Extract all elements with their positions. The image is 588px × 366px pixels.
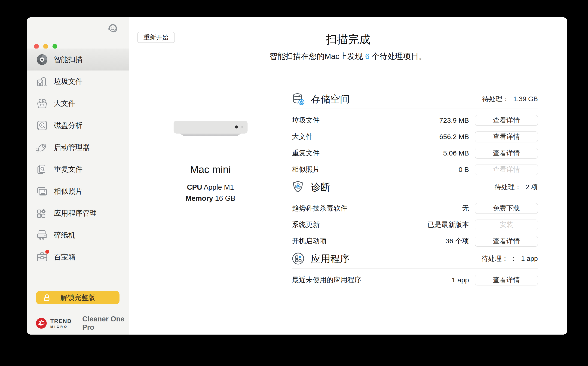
- big-files-icon: [36, 97, 48, 110]
- sidebar-item-label: 碎纸机: [54, 230, 75, 240]
- free-download-button[interactable]: 免费下载: [475, 203, 538, 214]
- app-window: 智能扫描 垃圾文件: [27, 17, 567, 335]
- row-label: 相似照片: [292, 165, 320, 174]
- sidebar-item-big-files[interactable]: 大文件: [27, 92, 129, 114]
- brand-trend-text: TREND: [50, 318, 72, 324]
- section-applications: 应用程序 待处理： ： 1 app 最近未使用的应用程序 1 app 查看详情: [292, 249, 538, 288]
- sidebar-item-junk-files[interactable]: 垃圾文件: [27, 70, 129, 92]
- pending-summary: 待处理： 2 项: [495, 183, 538, 192]
- sidebar-item-label: 智能扫描: [54, 55, 83, 64]
- diagnostics-icon: [292, 181, 305, 194]
- pending-summary: 待处理： 1.39 GB: [482, 94, 538, 104]
- brand-wordmark: TREND MICRO: [50, 318, 72, 328]
- sidebar-item-label: 磁盘分析: [54, 121, 83, 130]
- scan-result-content: Mac mini CPU Apple M1 Memory 16 GB: [129, 73, 567, 335]
- sidebar-item-toolbox[interactable]: 百宝箱: [27, 246, 129, 268]
- sidebar-item-label: 垃圾文件: [54, 77, 83, 86]
- table-row: 系统更新 已是最新版本 安装: [292, 216, 538, 233]
- storage-rows: 垃圾文件 723.9 MB 查看详情 大文件 656.2 MB 查看详情 重复文…: [292, 109, 538, 178]
- app-manager-icon: [36, 207, 48, 220]
- brand-micro-text: MICRO: [50, 325, 72, 328]
- applications-icon: [292, 252, 305, 265]
- row-value: 无: [462, 204, 469, 213]
- device-name: Mac mini: [190, 164, 231, 175]
- view-details-button[interactable]: 查看详情: [475, 275, 538, 285]
- pending-label: 待处理：: [495, 183, 521, 192]
- sidebar-item-shredder[interactable]: 碎纸机: [27, 224, 129, 246]
- unlock-button-label: 解锁完整版: [61, 293, 95, 303]
- sidebar-item-duplicate-files[interactable]: 重复文件: [27, 158, 129, 180]
- view-details-button[interactable]: 查看详情: [475, 236, 538, 246]
- table-row: 相似照片 0 B 查看详情: [292, 161, 538, 178]
- row-label: 趋势科技杀毒软件: [292, 204, 347, 213]
- brand-divider: [77, 318, 77, 328]
- section-title: 应用程序: [311, 252, 350, 265]
- sidebar: 智能扫描 垃圾文件: [27, 17, 129, 335]
- zoom-button[interactable]: [53, 44, 57, 49]
- cpu-label: CPU: [187, 183, 202, 191]
- section-storage: 存储空间 待处理： 1.39 GB 垃圾文件 723.9 MB 查看详情: [292, 90, 538, 178]
- disk-analysis-icon: [36, 119, 48, 132]
- scan-result-header: 重新开始 扫描完成 智能扫描在您的Mac上发现 6 个待处理项目。: [129, 17, 567, 73]
- row-value: 5.06 MB: [443, 149, 469, 157]
- sidebar-item-smart-scan[interactable]: 智能扫描: [27, 48, 129, 70]
- section-title: 诊断: [311, 181, 330, 194]
- section-title: 存储空间: [311, 93, 350, 106]
- sidebar-item-similar-photos[interactable]: 相似照片: [27, 180, 129, 202]
- storage-icon: [292, 93, 305, 106]
- sidebar-item-disk-analysis[interactable]: 磁盘分析: [27, 114, 129, 136]
- scan-summary: 智能扫描在您的Mac上发现 6 个待处理项目。: [129, 51, 567, 62]
- memory-value: 16 GB: [213, 194, 236, 202]
- similar-photos-icon: [36, 185, 48, 198]
- sidebar-item-label: 大文件: [54, 99, 75, 108]
- device-info-column: Mac mini CPU Apple M1 Memory 16 GB: [129, 73, 292, 335]
- unlock-full-version-button[interactable]: 解锁完整版: [36, 291, 120, 304]
- shredder-icon: [36, 229, 48, 242]
- applications-rows: 最近未使用的应用程序 1 app 查看详情: [292, 268, 538, 288]
- unlock-icon: [43, 293, 51, 302]
- row-value: 656.2 MB: [439, 133, 469, 141]
- close-button[interactable]: [34, 44, 39, 49]
- view-details-button[interactable]: 查看详情: [475, 131, 538, 142]
- row-label: 重复文件: [292, 148, 320, 158]
- view-details-button-disabled: 查看详情: [475, 164, 538, 175]
- row-label: 垃圾文件: [292, 115, 320, 125]
- device-memory-line: Memory 16 GB: [186, 193, 235, 204]
- restart-scan-button[interactable]: 重新开始: [137, 32, 175, 43]
- mac-mini-led: [235, 125, 238, 129]
- sidebar-item-startup-manager[interactable]: 启动管理器: [27, 136, 129, 158]
- pending-value: 1 app: [521, 255, 538, 262]
- traffic-lights: [34, 44, 57, 49]
- row-label: 最近未使用的应用程序: [292, 275, 361, 285]
- row-value: 723.9 MB: [439, 116, 469, 124]
- view-details-button[interactable]: 查看详情: [475, 148, 538, 159]
- row-label: 大文件: [292, 132, 313, 141]
- pending-label: 待处理：: [482, 94, 509, 104]
- sidebar-nav: 智能扫描 垃圾文件: [27, 48, 129, 268]
- brand-footer: TREND MICRO Cleaner One Pro: [36, 315, 129, 332]
- pending-label: 待处理： ：: [481, 254, 517, 263]
- sidebar-item-label: 重复文件: [54, 165, 83, 174]
- duplicate-files-icon: [36, 163, 48, 175]
- scan-summary-prefix: 智能扫描在您的Mac上发现: [269, 52, 365, 61]
- table-row: 大文件 656.2 MB 查看详情: [292, 129, 538, 145]
- row-value: 1 app: [452, 276, 469, 284]
- table-row: 垃圾文件 723.9 MB 查看详情: [292, 112, 538, 129]
- section-diagnostics: 诊断 待处理： 2 项 趋势科技杀毒软件 无 免费下载 系: [292, 178, 538, 249]
- main-panel: 重新开始 扫描完成 智能扫描在您的Mac上发现 6 个待处理项目。 Mac mi…: [129, 17, 567, 335]
- install-button-disabled: 安装: [475, 220, 538, 230]
- row-label: 系统更新: [292, 220, 320, 229]
- row-label: 开机启动项: [292, 236, 327, 246]
- pending-value: 1.39 GB: [513, 95, 538, 103]
- view-details-button[interactable]: 查看详情: [475, 115, 538, 126]
- device-cpu-line: CPU Apple M1: [186, 182, 235, 193]
- product-name: Cleaner One Pro: [82, 315, 129, 332]
- minimize-button[interactable]: [43, 44, 48, 49]
- scan-summary-suffix: 个待处理项目。: [370, 52, 427, 61]
- support-headset-icon[interactable]: [107, 23, 118, 34]
- pending-items-count: 6: [365, 52, 370, 61]
- sidebar-item-app-manager[interactable]: 应用程序管理: [27, 202, 129, 224]
- device-specs: CPU Apple M1 Memory 16 GB: [186, 182, 235, 204]
- cpu-value: Apple M1: [202, 183, 234, 191]
- row-value: 0 B: [458, 166, 469, 174]
